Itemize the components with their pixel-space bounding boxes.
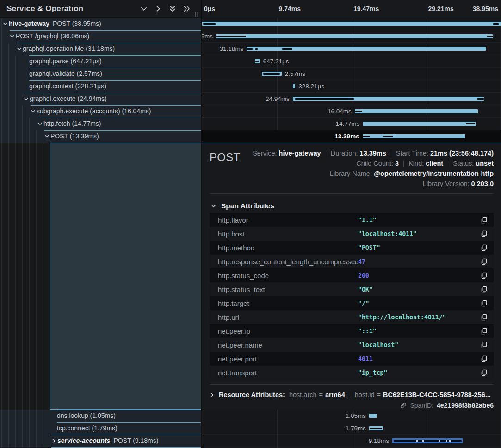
selected-span-detail-block[interactable]: [50, 143, 201, 410]
span-bar[interactable]: [369, 414, 377, 418]
link-icon[interactable]: [400, 402, 407, 409]
timeline-row[interactable]: 13.39ms: [202, 130, 501, 143]
indent-guide: [1, 118, 2, 130]
chevron-down-icon[interactable]: [31, 109, 36, 114]
double-chevron-right-icon[interactable]: [183, 5, 191, 12]
copy-icon[interactable]: [480, 313, 488, 321]
attribute-row: net.peer.name"localhost": [210, 338, 494, 352]
span-bar[interactable]: [363, 134, 465, 138]
span-id-row: SpanID: 4e21998f3b82abe6: [400, 401, 494, 410]
indent-guide: [15, 68, 16, 80]
tree-row[interactable]: POST (13.39ms): [0, 130, 201, 143]
meta-label: Start Time:: [396, 149, 430, 157]
chevron-down-icon[interactable]: [3, 21, 8, 26]
tree-row[interactable]: subgraph.execute (accounts) (16.04ms): [0, 105, 201, 118]
chevron-down-icon[interactable]: [17, 46, 22, 51]
span-title: POST: [210, 151, 241, 164]
attribute-row: http.url"http://localhost:4011/": [210, 310, 494, 324]
timeline-row[interactable]: [202, 18, 501, 30]
attribute-key: http.status_code: [218, 272, 358, 280]
copy-icon[interactable]: [480, 285, 488, 293]
timeline-row[interactable]: 16.04ms: [202, 105, 501, 118]
panel-divider[interactable]: [201, 0, 202, 448]
chevron-down-icon[interactable]: [24, 96, 29, 101]
resource-attributes-row[interactable]: Resource Attributes: host.arch=arm64host…: [210, 389, 491, 401]
attribute-value: "localhost": [358, 341, 480, 348]
indent-guide: [22, 422, 23, 435]
attribute-value: "ip_tcp": [358, 369, 480, 376]
tree-row[interactable]: dns.lookup (1.05ms): [0, 410, 201, 422]
timeline-row[interactable]: 9.18ms: [202, 435, 501, 447]
copy-icon[interactable]: [480, 299, 488, 307]
chevron-down-icon[interactable]: [10, 34, 15, 39]
duration-label: 24.94ms: [266, 93, 290, 105]
tree-row[interactable]: graphql.operation Me (31.18ms): [0, 43, 201, 55]
tree-row[interactable]: service-accountsPOST (9.18ms): [0, 435, 201, 447]
span-bar[interactable]: [293, 84, 295, 88]
span-bar[interactable]: [363, 122, 476, 126]
copy-icon[interactable]: [480, 341, 488, 349]
chevron-down-icon[interactable]: [140, 5, 148, 12]
indent-guide: [29, 410, 30, 422]
indent-guide: [22, 130, 23, 143]
copy-icon[interactable]: [480, 355, 488, 363]
span-id-label: SpanID:: [410, 401, 433, 410]
tree-row[interactable]: tcp.connect (1.79ms): [0, 422, 201, 435]
span-detail-panel: POST Service: hive-gatewayDuration: 13.3…: [202, 143, 501, 410]
child-span-mark: [363, 136, 370, 137]
attribute-row: net.peer.port4011: [210, 352, 494, 366]
span-label: POST /graphql (36.06ms): [16, 30, 89, 43]
timeline-row[interactable]: 14.77ms: [202, 118, 501, 130]
timeline-row[interactable]: 2.57ms: [202, 68, 501, 80]
copy-icon[interactable]: [480, 230, 488, 238]
span-label: subgraph.execute (accounts) (16.04ms): [37, 105, 151, 118]
span-bar[interactable]: [216, 34, 493, 38]
span-bar[interactable]: [355, 109, 478, 113]
span-label: POST (13.39ms): [50, 130, 99, 143]
chevron-right-icon[interactable]: [155, 5, 162, 12]
tree-row[interactable]: graphql.parse (647.21μs): [0, 55, 201, 68]
span-bar[interactable]: [202, 22, 501, 26]
copy-icon[interactable]: [480, 368, 488, 377]
timeline-row[interactable]: 647.21μs: [202, 55, 501, 68]
indent-guide: [29, 435, 30, 447]
meta-label: Child Count:: [356, 160, 395, 167]
copy-icon[interactable]: [480, 327, 488, 335]
attribute-row: http.method"POST": [210, 241, 494, 255]
indent-guide: [1, 105, 2, 118]
copy-icon[interactable]: [480, 216, 488, 224]
child-span-mark: [282, 48, 292, 50]
span-attributes-toggle[interactable]: Span Attributes: [210, 201, 274, 211]
chevron-down-icon[interactable]: [44, 134, 49, 139]
indent-guide: [1, 68, 2, 80]
timeline-row[interactable]: 31.18ms: [202, 43, 501, 55]
attribute-value: "OK": [358, 286, 480, 293]
ruler-tick-label: 29.21ms: [428, 0, 454, 18]
meta-label: Library Name:: [330, 170, 374, 177]
indent-guide: [15, 118, 16, 130]
timeline-row[interactable]: 328.21μs: [202, 80, 501, 93]
tree-row[interactable]: graphql.execute (24.94ms): [0, 93, 201, 105]
tree-row[interactable]: http.fetch (14.77ms): [0, 118, 201, 130]
copy-icon[interactable]: [480, 257, 488, 266]
attribute-key: http.status_text: [218, 286, 358, 293]
indent-guide: [15, 435, 16, 447]
span-meta-line: Library Version: 0.203.0: [253, 179, 494, 189]
indent-guide: [1, 93, 2, 105]
ruler-tick-label: 38.95ms: [473, 0, 498, 18]
timeline-row[interactable]: 1.05ms: [202, 410, 501, 422]
tree-row[interactable]: POST /graphql (36.06ms): [0, 30, 201, 43]
attribute-key: http.target: [218, 299, 358, 307]
copy-icon[interactable]: [480, 271, 488, 280]
column-resize-grip[interactable]: ||: [195, 12, 198, 17]
tree-row[interactable]: hive-gatewayPOST (38.95ms): [0, 18, 201, 30]
tree-row[interactable]: graphql.context (328.21μs): [0, 80, 201, 93]
double-chevron-down-icon[interactable]: [169, 5, 176, 12]
timeline-row[interactable]: 1.79ms: [202, 422, 501, 435]
timeline-row[interactable]: 6ms: [202, 30, 501, 43]
timeline-row[interactable]: 24.94ms: [202, 93, 501, 105]
chevron-down-icon[interactable]: [37, 121, 43, 126]
copy-icon[interactable]: [480, 243, 488, 252]
chevron-right-icon[interactable]: [51, 438, 56, 443]
tree-row[interactable]: graphql.validate (2.57ms): [0, 68, 201, 80]
